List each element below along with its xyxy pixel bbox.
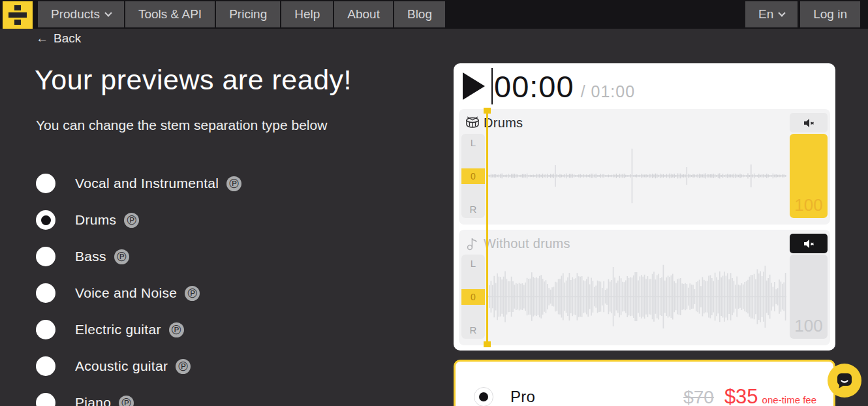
stem-option-electric-guitar[interactable]: Electric guitar ℗: [36, 320, 241, 339]
language-label: En: [758, 7, 773, 22]
nav-item-label: Blog: [407, 7, 432, 22]
track-body: L 0 R 100: [459, 133, 830, 223]
plan-name: Pro: [510, 388, 535, 406]
premium-badge-icon: ℗: [176, 359, 191, 374]
nav-item-products[interactable]: Products: [38, 1, 124, 27]
nav-item-label: Help: [294, 7, 320, 22]
back-link[interactable]: ← Back: [36, 31, 81, 46]
chat-launcher-button[interactable]: [828, 364, 861, 398]
premium-badge-icon: ℗: [185, 286, 200, 301]
radio-button[interactable]: [36, 356, 55, 376]
pan-slider[interactable]: L 0 R: [461, 134, 485, 218]
track-name: Drums: [484, 116, 523, 131]
radio-button[interactable]: [36, 393, 55, 406]
top-navbar: Products Tools & API Pricing Help About …: [0, 0, 868, 29]
stem-option-label: Vocal and Instrumental: [75, 176, 219, 191]
login-button[interactable]: Log in: [800, 1, 860, 27]
time-cursor: [491, 68, 493, 104]
nav-item-help[interactable]: Help: [281, 1, 333, 27]
stem-option-label: Bass: [75, 249, 106, 264]
price-note: one-time fee: [762, 394, 816, 405]
brand-logo-icon[interactable]: [3, 1, 33, 29]
volume-slider[interactable]: 100: [790, 134, 828, 218]
chevron-down-icon: [104, 9, 112, 16]
stem-option-label: Voice and Noise: [75, 285, 177, 301]
stem-option-label: Acoustic guitar: [75, 358, 168, 374]
radio-button[interactable]: [36, 320, 55, 339]
nav-item-blog[interactable]: Blog: [394, 1, 445, 27]
track-row-without-drums: Without drums L 0 R 100: [459, 230, 830, 345]
stem-option-drums[interactable]: Drums ℗: [36, 210, 241, 230]
stem-option-bass[interactable]: Bass ℗: [36, 247, 241, 266]
page-title: Your previews are ready!: [35, 64, 352, 96]
back-arrow-icon: ←: [36, 31, 48, 46]
stem-option-label: Electric guitar: [75, 322, 161, 337]
radio-button[interactable]: [36, 247, 55, 266]
plan-prices: $70 $35 one-time fee: [683, 385, 816, 406]
stem-option-vocal-instrumental[interactable]: Vocal and Instrumental ℗: [36, 174, 241, 193]
chevron-down-icon: [779, 9, 786, 16]
pan-center-label: 0: [461, 289, 485, 305]
plan-row: Pro $70 $35 one-time fee: [474, 385, 816, 406]
stem-option-voice-noise[interactable]: Voice and Noise ℗: [36, 283, 241, 303]
pan-left-label: L: [461, 255, 485, 272]
volume-value: 100: [790, 195, 828, 215]
track-header: Drums: [459, 109, 830, 133]
track-row-drums: Drums L 0 R 100: [459, 109, 830, 225]
mute-button[interactable]: [790, 113, 828, 133]
mute-button[interactable]: [790, 234, 828, 253]
premium-badge-icon: ℗: [169, 322, 184, 337]
time-display: 00:00 / 01:00: [494, 69, 635, 104]
nav-item-tools-api[interactable]: Tools & API: [125, 1, 215, 27]
track-body: L 0 R 100: [459, 253, 830, 344]
stem-options-list: Vocal and Instrumental ℗ Drums ℗ Bass ℗ …: [36, 174, 241, 406]
player-header: 00:00 / 01:00: [454, 63, 835, 109]
current-price: $35: [724, 385, 758, 406]
radio-button[interactable]: [36, 283, 55, 303]
nav-item-pricing[interactable]: Pricing: [216, 1, 280, 27]
radio-button[interactable]: [36, 210, 55, 230]
current-time: 00:00: [494, 69, 574, 104]
volume-value: 100: [790, 316, 828, 336]
pan-right-label: R: [461, 200, 485, 218]
login-label: Log in: [813, 7, 847, 22]
pan-right-label: R: [461, 321, 485, 339]
play-button-icon[interactable]: [463, 72, 485, 100]
stem-option-piano[interactable]: Piano ℗: [36, 393, 241, 406]
stem-option-label: Drums: [75, 212, 116, 228]
music-note-icon: [464, 236, 481, 251]
total-time: / 01:00: [581, 82, 635, 101]
waveform-drums[interactable]: [488, 134, 786, 218]
nav-item-label: Pricing: [229, 7, 267, 22]
radio-button[interactable]: [36, 174, 55, 193]
pan-left-label: L: [461, 134, 485, 151]
stem-option-label: Piano: [75, 395, 111, 406]
premium-badge-icon: ℗: [124, 213, 139, 228]
old-price: $70: [683, 387, 714, 406]
pan-center-label: 0: [461, 168, 485, 184]
track-header: Without drums: [459, 230, 830, 253]
nav-right-group: En Log in: [745, 1, 860, 27]
back-label: Back: [54, 31, 81, 46]
volume-slider[interactable]: 100: [790, 255, 828, 339]
nav-item-label: About: [347, 7, 380, 22]
nav-item-label: Products: [51, 7, 100, 22]
speaker-muted-icon: [803, 239, 814, 249]
preview-player-card: 00:00 / 01:00 Drums: [454, 63, 835, 351]
stem-option-acoustic-guitar[interactable]: Acoustic guitar ℗: [36, 356, 241, 376]
speaker-muted-icon: [803, 118, 814, 128]
plan-radio-button[interactable]: [474, 387, 493, 406]
track-name: Without drums: [484, 236, 570, 251]
page-subtitle: You can change the stem separation type …: [36, 115, 349, 135]
premium-badge-icon: ℗: [114, 249, 129, 264]
nav-item-about[interactable]: About: [334, 1, 393, 27]
nav-menu: Products Tools & API Pricing Help About …: [38, 1, 445, 27]
pan-slider[interactable]: L 0 R: [461, 255, 485, 339]
language-selector[interactable]: En: [745, 1, 798, 27]
drum-icon: [464, 116, 481, 129]
pro-plan-card[interactable]: Pro $70 $35 one-time fee: [454, 360, 835, 406]
chat-bubble-icon: [835, 371, 854, 390]
premium-badge-icon: ℗: [119, 396, 134, 406]
waveform-without-drums[interactable]: [488, 255, 786, 339]
nav-item-label: Tools & API: [138, 7, 202, 22]
